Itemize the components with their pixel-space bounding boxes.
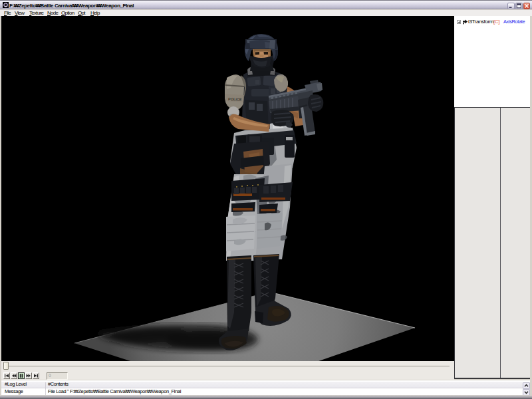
svg-text:POLICE: POLICE: [228, 97, 242, 102]
